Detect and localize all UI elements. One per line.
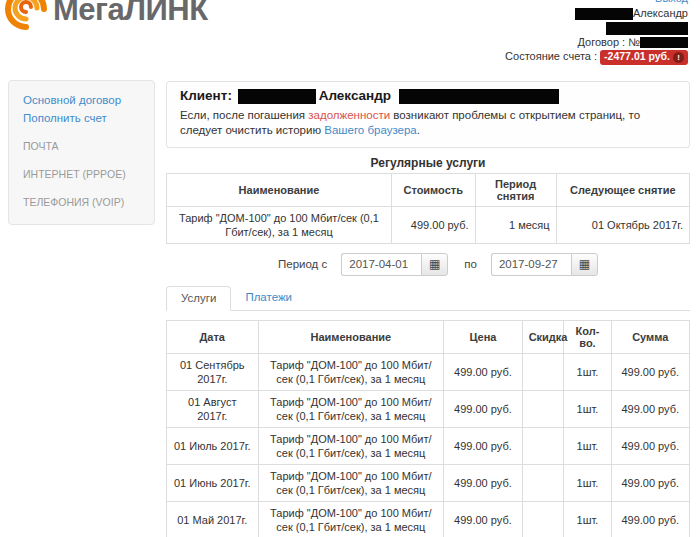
redacted-client-patronymic [399,89,559,104]
note-suffix: . [417,124,420,136]
col-cost: Стоимость [391,173,475,206]
sum-cell: 499.00 руб. [611,353,689,390]
price-cell: 499.00 руб. [444,501,522,537]
col-date: Дата [167,320,259,353]
alert-icon: ! [673,52,684,63]
name-cell: Тариф "ДОМ-100" до 100 Мбит/сек (0,1 Гби… [258,501,444,537]
date-cell: 01 Май 2017г. [167,501,259,537]
user-info-block: Выход Александр Договор : № Состояние сч… [505,0,688,65]
col-price: Цена [444,320,522,353]
note-prefix: Если, после погашения [180,109,308,121]
tab-bar: Услуги Платежи [166,286,690,311]
period-from-label: Период с [278,258,327,270]
col-name: Наименование [258,320,444,353]
tab-payments[interactable]: Платежи [231,286,306,311]
sum-cell: 499.00 руб. [611,501,689,537]
table-row: 01 Июль 2017г. Тариф "ДОМ-100" до 100 Мб… [167,427,690,464]
calendar-icon[interactable]: ▦ [421,253,448,276]
service-cost-cell: 499.00 руб. [391,206,475,243]
col-name: Наименование [167,173,392,206]
table-header-row: Наименование Стоимость Период снятия Сле… [167,173,690,206]
debt-note: Если, после погашения задолженности возн… [180,108,676,139]
calendar-icon[interactable]: ▦ [571,253,598,276]
qty-cell: 1шт. [564,501,611,537]
sidebar-item-internet-pppoe[interactable]: ИНТЕРНЕТ (PPPOE) [9,165,154,183]
service-name-cell: Тариф "ДОМ-100" до 100 Мбит/сек (0,1 Гби… [167,206,392,243]
sum-cell: 499.00 руб. [611,464,689,501]
col-next-charge: Следующее снятие [556,173,689,206]
name-cell: Тариф "ДОМ-100" до 100 Мбит/сек (0,1 Гби… [258,353,444,390]
price-cell: 499.00 руб. [444,427,522,464]
services-history-table: Дата Наименование Цена Скидка Кол-во. Су… [166,320,690,537]
name-cell: Тариф "ДОМ-100" до 100 Мбит/сек (0,1 Гби… [258,427,444,464]
date-cell: 01 Июль 2017г. [167,427,259,464]
table-row: 01 Май 2017г. Тариф "ДОМ-100" до 100 Мби… [167,501,690,537]
balance-label: Состояние счета : [505,50,597,62]
price-cell: 499.00 руб. [444,464,522,501]
date-cell: 01 Сентябрь 2017г. [167,353,259,390]
period-to-label: по [464,258,477,270]
table-row: 01 Сентябрь 2017г. Тариф "ДОМ-100" до 10… [167,353,690,390]
balance-badge: -2477.01 руб.! [600,50,688,65]
col-qty: Кол-во. [564,320,611,353]
date-to-group: ▦ [491,253,598,276]
date-from-group: ▦ [341,253,448,276]
name-cell: Тариф "ДОМ-100" до 100 Мбит/сек (0,1 Гби… [258,390,444,427]
date-to-input[interactable] [491,253,571,276]
qty-cell: 1шт. [564,390,611,427]
period-filter: Период с ▦ по ▦ [278,253,690,276]
redacted-contract-number [640,37,688,48]
redacted-surname [575,8,633,20]
table-row: Тариф "ДОМ-100" до 100 Мбит/сек (0,1 Гби… [167,206,690,243]
qty-cell: 1шт. [564,427,611,464]
table-row: 01 Июнь 2017г. Тариф "ДОМ-100" до 100 Мб… [167,464,690,501]
date-from-input[interactable] [341,253,421,276]
qty-cell: 1шт. [564,464,611,501]
contract-label: Договор : № [577,36,640,48]
col-discount: Скидка [522,320,564,353]
tab-services[interactable]: Услуги [166,286,231,311]
discount-cell [522,501,564,537]
date-cell: 01 Август 2017г. [167,390,259,427]
col-period: Период снятия [475,173,556,206]
discount-cell [522,427,564,464]
client-first-name: Александр [319,88,391,103]
table-row: 01 Август 2017г. Тариф "ДОМ-100" до 100 … [167,390,690,427]
client-info-panel: Клиент: Александр Если, после погашения … [166,81,690,148]
discount-cell [522,390,564,427]
client-line: Клиент: Александр [180,88,676,104]
service-period-cell: 1 месяц [475,206,556,243]
brand-logo: МегаЛИНК [2,0,208,33]
col-sum: Сумма [611,320,689,353]
date-cell: 01 Июнь 2017г. [167,464,259,501]
qty-cell: 1шт. [564,353,611,390]
redacted-client-surname [238,89,316,104]
discount-cell [522,464,564,501]
sidebar-item-main-contract[interactable]: Основной договор [9,91,154,109]
redacted-address [606,22,688,35]
sum-cell: 499.00 руб. [611,427,689,464]
logout-link[interactable]: Выход [655,0,688,4]
sidebar-item-top-up[interactable]: Пополнить счет [9,109,154,127]
regular-services-table: Наименование Стоимость Период снятия Сле… [166,173,690,244]
main-content: Клиент: Александр Если, после погашения … [166,81,690,537]
service-next-cell: 01 Октябрь 2017г. [556,206,689,243]
clear-browser-history-link[interactable]: Вашего браузера [324,124,417,136]
client-label: Клиент: [180,88,232,103]
sidebar-item-voip[interactable]: ТЕЛЕФОНИЯ (VOIP) [9,193,154,211]
sidebar-menu: Основной договор Пополнить счет ПОЧТА ИН… [8,80,155,225]
note-debt-word: задолженности [308,109,390,121]
price-cell: 499.00 руб. [444,390,522,427]
price-cell: 499.00 руб. [444,353,522,390]
name-cell: Тариф "ДОМ-100" до 100 Мбит/сек (0,1 Гби… [258,464,444,501]
sum-cell: 499.00 руб. [611,390,689,427]
nautilus-shell-icon [2,0,49,33]
user-first-name: Александр [633,7,688,19]
sidebar-item-mail[interactable]: ПОЧТА [9,137,154,155]
brand-name: МегаЛИНК [53,0,208,28]
table-header-row: Дата Наименование Цена Скидка Кол-во. Су… [167,320,690,353]
regular-services-title: Регулярные услуги [166,156,690,170]
discount-cell [522,353,564,390]
